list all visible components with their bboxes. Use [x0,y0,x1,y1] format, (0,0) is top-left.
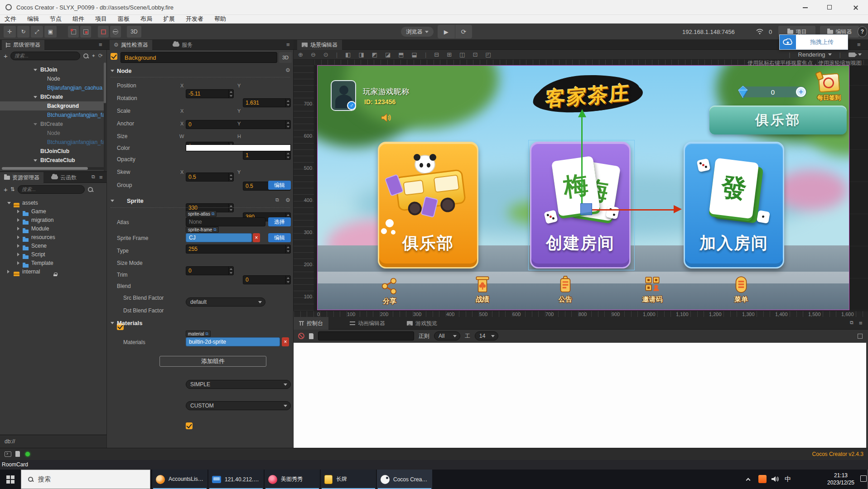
stepper[interactable] [228,90,233,98]
clock[interactable]: 21:13 2023/12/25 [822,472,860,486]
zoom-in-icon[interactable]: ⊕ [298,51,303,58]
align-left-icon[interactable]: ◧ [345,51,351,58]
group-edit-button[interactable]: 编辑 [268,181,291,190]
sort-icon[interactable]: ⇅ [10,186,15,192]
stepper[interactable] [228,173,233,181]
tree-item[interactable]: BtJoin [0,65,104,74]
scale-y-field[interactable]: 1 [243,151,291,160]
hierarchy-hscrollbar[interactable] [2,167,104,170]
expand-arrow-icon[interactable] [34,123,37,125]
menu-component[interactable]: 组件 [72,15,84,23]
tab-hierarchy[interactable]: 层级管理器 [2,40,44,50]
position-x-field[interactable]: -5.11 [186,89,234,98]
tree-item[interactable]: Template [0,259,104,268]
expand-arrow-icon[interactable] [7,202,11,204]
tree-item[interactable]: Module [0,224,104,233]
stepper[interactable] [285,99,290,107]
anchor-mode-button[interactable] [80,26,91,38]
menu-project[interactable]: 项目 [95,15,107,23]
dock-share-button[interactable]: 分享 [371,277,409,306]
panel-menu-icon[interactable]: ≡ [99,41,102,48]
ime-app-icon[interactable] [758,475,767,483]
zoom-reset-icon[interactable]: ⊙ [323,51,328,58]
search-icon[interactable] [87,187,93,192]
color-swatch[interactable] [186,144,291,151]
collapse-arrow-icon[interactable] [7,270,10,273]
rendering-dropdown[interactable]: Rendering [798,51,832,58]
anchor-x-field[interactable]: 0.5 [186,173,234,182]
align-middle-icon[interactable]: ⬒ [398,51,404,58]
club-banner-button[interactable]: 俱乐部 [709,105,847,134]
locate-icon[interactable]: ✦ [92,53,96,59]
collapse-arrow-icon[interactable] [17,227,19,230]
menu-layout[interactable]: 布局 [140,15,152,23]
search-icon[interactable] [83,53,89,59]
expand-arrow-icon[interactable] [34,69,37,71]
type-dropdown[interactable]: SIMPLE [186,380,291,389]
panel-menu-icon[interactable]: ≡ [859,320,863,326]
atlas-select-button[interactable]: 选择 [268,217,291,226]
volume-icon[interactable] [771,475,779,483]
card-club[interactable]: 俱乐部 [378,142,478,268]
add-diamond-button[interactable]: + [796,87,806,97]
refresh-icon[interactable]: ⟳ [98,53,103,59]
tree-item[interactable]: assets [0,198,104,207]
popout-icon[interactable]: ⧉ [92,174,95,180]
tab-console[interactable]: 控制台 [294,317,328,330]
move-tool-button[interactable]: ✛ [4,26,16,38]
add-component-button[interactable]: 添加组件 [159,356,266,367]
material-clear-button[interactable]: × [282,337,289,346]
create-node-button[interactable]: + [4,52,8,60]
stepper[interactable] [228,204,233,212]
collapse-arrow-icon[interactable] [17,218,19,222]
taskbar-app-changpai[interactable]: 长牌 [321,470,376,489]
gear-icon[interactable]: ⚙ [285,197,290,203]
refresh-button[interactable]: ⟳ [455,25,473,38]
menu-edit[interactable]: 编辑 [27,15,39,23]
collapse-arrow-icon[interactable] [17,235,19,239]
tree-item[interactable]: Script [0,250,104,259]
tree-item[interactable]: BtCreate [0,120,104,129]
stepper[interactable] [285,151,290,159]
tree-item[interactable]: resources [0,233,104,242]
open-log-button[interactable] [309,333,313,339]
local-coord-button[interactable] [98,26,109,38]
taskbar-app-remote[interactable]: 121.40.212.19 - ... [208,470,264,489]
gizmo-axis-x[interactable] [592,209,674,211]
stepper[interactable] [285,245,290,253]
panel-menu-icon[interactable]: ≡ [99,174,103,181]
tab-assets[interactable]: 资源管理器 [0,172,43,183]
zoom-out-icon[interactable]: ⊖ [311,51,316,58]
stepper[interactable] [285,120,290,129]
close-button[interactable] [843,0,868,15]
cloud-upload-button[interactable] [780,35,796,49]
collapse-arrow-icon[interactable] [17,253,19,256]
frame-edit-button[interactable]: 编辑 [268,233,291,242]
gizmo-axis-y[interactable] [581,116,583,203]
notification-button[interactable] [860,475,867,482]
node-name-field[interactable]: Background [121,52,277,63]
font-size-dropdown[interactable]: 14 [475,331,498,340]
panel-menu-icon[interactable]: ≡ [286,41,290,48]
tree-item[interactable]: migration [0,216,104,225]
stepper[interactable] [285,276,290,284]
3d-toggle-button[interactable]: 3D [127,26,141,38]
announcement-horn-icon[interactable] [380,113,392,123]
tree-item[interactable]: internal [0,267,104,276]
start-button[interactable] [0,470,21,489]
tab-game-preview[interactable]: 游戏预览 [401,317,443,330]
rect-tool-button[interactable]: ▣ [44,26,57,38]
same-size-icon[interactable]: ◰ [485,51,491,58]
preview-target-dropdown[interactable]: 浏览器 [401,27,434,37]
tab-scene-editor[interactable]: 场景编辑器 [297,40,342,50]
console-filter-input[interactable] [318,331,414,340]
minimize-button[interactable] [794,0,816,15]
panel-menu-icon[interactable]: ≡ [857,41,861,48]
tree-item[interactable]: Node [0,129,104,138]
game-canvas[interactable]: ♂ 玩家游戏昵称 ID: 123456 客家茶庄 0 + 每日签到 俱乐部 [317,65,849,310]
taskbar-app-accountslist[interactable]: AccountsList - 后... [152,470,207,489]
rotate-tool-button[interactable]: ↻ [17,26,29,38]
scale-tool-button[interactable]: ⤢ [31,26,43,38]
frame-clear-button[interactable]: × [253,233,260,242]
stepper[interactable] [228,267,233,275]
